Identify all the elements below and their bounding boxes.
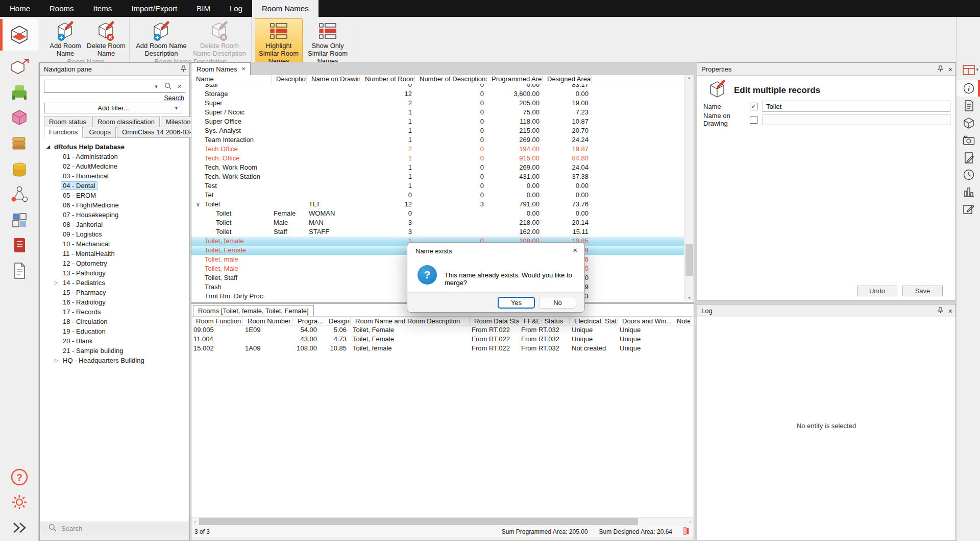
- column-header-room-function[interactable]: Room Function #: [191, 317, 243, 325]
- column-header-name[interactable]: Name: [191, 75, 272, 84]
- tree-item-05-erom[interactable]: 05 - EROM: [40, 191, 189, 200]
- table-row[interactable]: ∨ToiletTLT123791.0073.76: [191, 200, 684, 209]
- tree-item-03-biomedical[interactable]: 03 - Biomedical: [40, 171, 189, 181]
- nav-search-input[interactable]: [44, 81, 152, 92]
- tree-item-14-pediatrics[interactable]: ▷14 - Pediatrics: [40, 278, 189, 288]
- scrollbar-thumb[interactable]: [685, 244, 693, 276]
- column-header-doors-and-win[interactable]: Doors and Win...: [618, 317, 672, 325]
- tree-item-13-pathology[interactable]: 13 - Pathology: [40, 268, 189, 278]
- tree-item-21-sample-building[interactable]: 21 - Sample building: [40, 346, 189, 356]
- sidebar-finance-icon[interactable]: [0, 155, 38, 184]
- table-row[interactable]: Stall000.0083.17: [191, 84, 684, 89]
- add-room-name-description-button[interactable]: Add Room Name Description: [133, 18, 190, 58]
- tree-item-20-blank[interactable]: 20 - Blank: [40, 336, 189, 346]
- tab-room-names[interactable]: Room Names ×: [191, 62, 251, 75]
- tree-item-19-education[interactable]: 19 - Education: [40, 326, 189, 336]
- search-link[interactable]: Search: [164, 95, 184, 102]
- tree-item-hq-headquarters-building[interactable]: ▷HQ - Headquarters Building: [40, 356, 189, 365]
- nav-tab-room-status[interactable]: Room status: [44, 116, 91, 128]
- tree-item-12-optometry[interactable]: 12 - Optometry: [40, 258, 189, 268]
- column-header-ff-e-status[interactable]: FF&E: Status: [519, 317, 570, 325]
- sidebar-products-icon[interactable]: [0, 104, 38, 132]
- menu-item-home[interactable]: Home: [0, 0, 40, 17]
- close-tab-icon[interactable]: ×: [241, 65, 245, 73]
- tree-item-04-dental[interactable]: 04 - Dental: [40, 181, 189, 191]
- menu-item-rooms[interactable]: Rooms: [40, 0, 84, 17]
- column-header-room-name-and-room-description[interactable]: Room Name and Room Description: [351, 317, 470, 325]
- column-header-room-number[interactable]: Room Number: [243, 317, 293, 325]
- sidebar-documents-icon[interactable]: [0, 129, 38, 157]
- tree-item-16-radiology[interactable]: 16 - Radiology: [40, 297, 189, 307]
- nav-tab-functions[interactable]: Functions: [44, 127, 83, 138]
- sidebar-classification-icon[interactable]: [0, 206, 38, 234]
- table-row[interactable]: Super Office10118.0010.87: [191, 117, 684, 126]
- name-field-input[interactable]: [763, 101, 950, 112]
- search-icon[interactable]: [161, 82, 175, 90]
- vertical-scrollbar[interactable]: ▲ ▼: [684, 75, 694, 301]
- name-field-checkbox[interactable]: ✓: [750, 103, 757, 110]
- column-header-electrical-status[interactable]: Electrical: Status: [570, 317, 618, 325]
- table-row[interactable]: 09.0051E0954.005.06Toilet, FemaleFrom RT…: [191, 325, 694, 335]
- scroll-right-icon[interactable]: ›: [687, 518, 694, 526]
- search-dropdown-caret-icon[interactable]: ▾: [152, 83, 161, 90]
- panel-document-icon[interactable]: [957, 98, 980, 114]
- menu-item-room-names[interactable]: Room Names: [252, 0, 318, 17]
- table-row[interactable]: Tech Office20194.0019.87: [191, 145, 684, 154]
- tree-item-10-mechanical[interactable]: 10 - Mechanical: [40, 239, 189, 249]
- tree-item-17-records[interactable]: 17 - Records: [40, 307, 189, 317]
- no-button[interactable]: No: [539, 297, 576, 309]
- tree-item-06-flightmedicine[interactable]: 06 - FlightMedicine: [40, 200, 189, 210]
- collapsed-triangle-icon[interactable]: ▷: [55, 278, 58, 288]
- horizontal-scrollbar[interactable]: ‹ ›: [191, 517, 694, 526]
- tree-item-02-adultmedicine[interactable]: 02 - AdultMedicine: [40, 161, 189, 171]
- table-row[interactable]: Test100.000.00: [191, 181, 684, 191]
- close-pane-icon[interactable]: ×: [948, 65, 952, 74]
- table-row[interactable]: ToiletFemaleWOMAN00.000.00: [191, 209, 684, 218]
- table-row[interactable]: ToiletStaffSTAFF3162.0015.11: [191, 227, 684, 237]
- column-header-number-of-rooms[interactable]: Number of Rooms: [360, 75, 415, 84]
- panel-chart-icon[interactable]: [957, 183, 980, 200]
- add-room-name-button[interactable]: Add Room Name: [45, 18, 85, 58]
- tree-item-15-pharmacy[interactable]: 15 - Pharmacy: [40, 288, 189, 297]
- nav-tab-room-classification[interactable]: Room classification: [92, 116, 160, 128]
- menu-item-bim[interactable]: BIM: [187, 0, 220, 17]
- column-header-designed-area[interactable]: Designed Area: [543, 75, 592, 84]
- tree-item-08-janitorial[interactable]: 08 - Janitorial: [40, 220, 189, 229]
- sidebar-items-icon[interactable]: [0, 78, 38, 106]
- tree-item-07-housekeeping[interactable]: 07 - Housekeeping: [40, 210, 189, 220]
- save-button[interactable]: Save: [902, 286, 943, 296]
- panel-clock-icon[interactable]: [957, 167, 980, 183]
- collapsed-triangle-icon[interactable]: ▷: [55, 356, 58, 365]
- clear-search-icon[interactable]: ×: [175, 82, 185, 90]
- column-header-programmed-area[interactable]: Programmed Area: [487, 75, 543, 84]
- sidebar-expand-icon[interactable]: [0, 513, 38, 541]
- column-header-number-of-descriptions[interactable]: Number of Descriptions: [415, 75, 487, 84]
- table-row[interactable]: Super / Ncoic1075.007.23: [191, 108, 684, 117]
- sidebar-templates-icon[interactable]: [0, 256, 38, 285]
- panel-camera-icon[interactable]: [957, 132, 980, 149]
- dialog-close-icon[interactable]: ×: [573, 246, 577, 254]
- tree-item-09-logistics[interactable]: 09 - Logistics: [40, 229, 189, 239]
- menu-item-log[interactable]: Log: [220, 0, 252, 17]
- sidebar-settings-icon[interactable]: [0, 488, 38, 516]
- show-only-similar-room-names-button[interactable]: Show Only Similar Room Names: [304, 18, 352, 65]
- panel-page-edit-icon[interactable]: [957, 150, 980, 166]
- scroll-up-icon[interactable]: ▲: [684, 76, 694, 80]
- sidebar-moves-icon[interactable]: [0, 53, 38, 81]
- collapse-row-icon[interactable]: ∨: [196, 200, 200, 209]
- highlight-similar-room-names-button[interactable]: Highlight Similar Room Names: [255, 18, 303, 65]
- table-row[interactable]: Tech. Work Station10431.0037.38: [191, 172, 684, 181]
- column-header-designe[interactable]: Designe...: [324, 317, 351, 325]
- table-row[interactable]: ToiletMaleMAN3218.0020.14: [191, 218, 684, 227]
- menu-item-items[interactable]: Items: [84, 0, 122, 17]
- column-header-progra[interactable]: Progra...: [293, 317, 324, 325]
- area-report-icon[interactable]: [683, 527, 690, 536]
- table-row[interactable]: Super20205.0019.08: [191, 99, 684, 108]
- table-row[interactable]: Tech. Work Room10269.0024.04: [191, 163, 684, 172]
- nav-bottom-search[interactable]: Search: [40, 522, 189, 535]
- panel-edit-icon[interactable]: [957, 201, 980, 218]
- tree-item-11-mentalhealth[interactable]: 11 - MentalHealth: [40, 249, 189, 258]
- scroll-left-icon[interactable]: ‹: [191, 518, 199, 526]
- layout-caret-icon[interactable]: ▾: [976, 67, 978, 72]
- tree-root[interactable]: ◢dRofus Help Database: [40, 142, 189, 152]
